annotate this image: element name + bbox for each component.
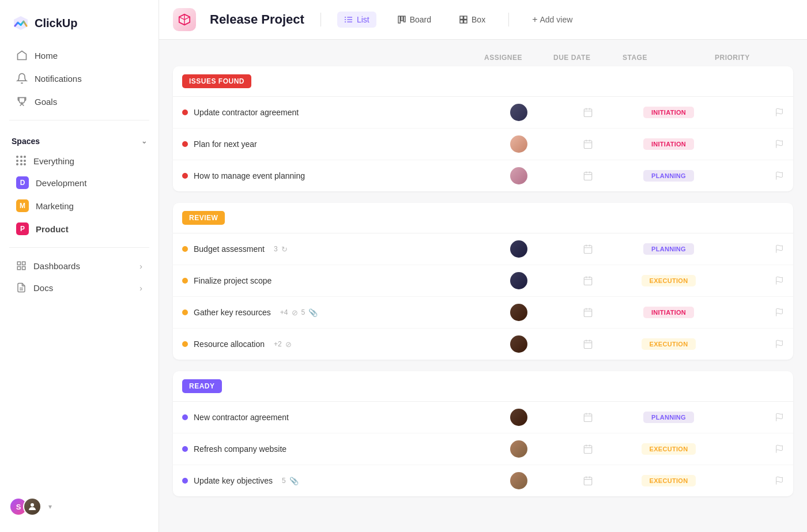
spaces-chevron-icon[interactable]: ⌄ — [141, 137, 147, 145]
bell-icon — [16, 73, 28, 84]
status-badge: INITIATION — [643, 107, 694, 118]
sidebar-item-dashboards[interactable]: Dashboards › — [5, 255, 154, 277]
sidebar-item-notifications[interactable]: Notifications — [5, 67, 154, 90]
project-title: Release Project — [210, 12, 304, 27]
flag-icon — [775, 244, 784, 254]
assignee-cell — [484, 135, 553, 153]
due-date-cell — [553, 171, 623, 181]
paperclip-icon2: 📎 — [289, 477, 299, 485]
task-name-cell: Budget assessment 3 ↻ — [182, 244, 484, 254]
meta-count: 5 — [282, 477, 286, 485]
task-meta: +2 ⊘ — [274, 340, 292, 349]
task-name: Resource allocation — [194, 339, 265, 349]
link-icon: ⊘ — [292, 308, 298, 317]
col-due-date: DUE DATE — [553, 54, 623, 62]
assignee-cell — [484, 440, 553, 458]
svg-rect-17 — [404, 16, 405, 22]
due-date-cell — [553, 412, 623, 422]
sidebar-item-home[interactable]: Home — [5, 44, 154, 67]
status-badge: PLANNING — [643, 412, 694, 423]
due-date-cell — [553, 476, 623, 486]
tab-board[interactable]: Board — [390, 12, 438, 28]
docs-icon — [16, 282, 27, 293]
svg-rect-2 — [17, 262, 20, 265]
task-dot-yellow — [182, 310, 188, 315]
list-icon — [344, 15, 353, 24]
plus-icon: + — [532, 14, 537, 25]
sidebar-item-goals[interactable]: Goals — [5, 90, 154, 113]
table-row[interactable]: Refresh company website EXECUTION — [173, 433, 793, 465]
svg-rect-4 — [17, 267, 20, 270]
add-view-button[interactable]: + Add view — [525, 11, 579, 28]
avatar — [510, 104, 527, 121]
sidebar-item-marketing[interactable]: M Marketing — [5, 194, 154, 217]
sidebar-divider-2 — [9, 247, 149, 248]
everything-label: Everything — [33, 156, 74, 166]
flag-icon — [775, 108, 784, 117]
group-issues-found-header: ISSUES FOUND — [173, 66, 793, 97]
priority-cell — [715, 413, 784, 422]
avatar — [510, 472, 527, 489]
sidebar-item-product[interactable]: P Product — [5, 217, 154, 240]
avatar — [510, 304, 527, 321]
task-meta: +4 ⊘ 5 📎 — [280, 308, 318, 317]
table-row[interactable]: Resource allocation +2 ⊘ EXECUT — [173, 329, 793, 360]
tab-list[interactable]: List — [337, 12, 376, 28]
app-name: ClickUp — [35, 17, 77, 30]
sidebar-item-everything[interactable]: Everything — [5, 150, 154, 171]
meta-count: +4 — [280, 308, 288, 316]
flag-icon — [775, 308, 784, 317]
sidebar-item-docs[interactable]: Docs › — [5, 277, 154, 299]
group-ready-header: READY — [173, 371, 793, 402]
user-icon — [27, 501, 37, 512]
stage-cell: INITIATION — [623, 138, 715, 150]
col-assignee: ASSIGNEE — [484, 54, 553, 62]
table-row[interactable]: Gather key resources +4 ⊘ 5 📎 — [173, 297, 793, 329]
table-row[interactable]: Budget assessment 3 ↻ PLANNING — [173, 233, 793, 265]
development-label: Development — [36, 178, 86, 188]
stage-cell: EXECUTION — [623, 475, 715, 486]
priority-cell — [715, 108, 784, 117]
user-avatars[interactable]: S — [9, 497, 42, 516]
status-badge: INITIATION — [643, 307, 694, 318]
col-task — [182, 54, 484, 62]
assignee-cell — [484, 104, 553, 121]
tab-box[interactable]: Box — [452, 12, 492, 28]
svg-point-14 — [345, 21, 346, 22]
avatar — [510, 409, 527, 426]
flag-icon — [775, 476, 784, 485]
svg-rect-27 — [584, 141, 592, 149]
tab-box-label: Box — [472, 15, 485, 24]
avatar — [510, 167, 527, 184]
col-stage: STAGE — [623, 54, 715, 62]
table-row[interactable]: New contractor agreement PLANNING — [173, 402, 793, 433]
sidebar-item-development[interactable]: D Development — [5, 171, 154, 194]
status-badge: INITIATION — [643, 138, 694, 150]
svg-rect-37 — [584, 246, 592, 254]
assignee-cell — [484, 472, 553, 489]
flag-icon — [775, 413, 784, 422]
table-row[interactable]: Update contractor agreement INITIATION — [173, 97, 793, 129]
assignee-cell — [484, 409, 553, 426]
sidebar-divider-1 — [9, 120, 149, 120]
status-badge: EXECUTION — [642, 275, 696, 286]
priority-cell — [715, 276, 784, 285]
svg-rect-62 — [584, 446, 592, 454]
table-row[interactable]: Finalize project scope EXECUTION — [173, 265, 793, 297]
footer-chevron-icon[interactable]: ▾ — [48, 503, 52, 511]
logo[interactable]: ClickUp — [0, 9, 159, 44]
task-name: Budget assessment — [194, 244, 265, 254]
table-row[interactable]: Plan for next year INITIATION — [173, 129, 793, 160]
sidebar-footer: S ▾ — [0, 491, 159, 523]
svg-rect-15 — [398, 16, 400, 23]
task-dot-yellow — [182, 341, 188, 347]
task-name: Update key objectives — [194, 476, 273, 485]
stage-cell: PLANNING — [623, 412, 715, 423]
table-row[interactable]: How to manage event planning PLANNING — [173, 160, 793, 191]
development-badge: D — [16, 176, 29, 189]
due-date-cell — [553, 444, 623, 454]
task-name: New contractor agreement — [194, 413, 289, 422]
table-row[interactable]: Update key objectives 5 📎 EXEC — [173, 465, 793, 496]
status-badge: EXECUTION — [642, 475, 696, 486]
avatar — [510, 240, 527, 258]
